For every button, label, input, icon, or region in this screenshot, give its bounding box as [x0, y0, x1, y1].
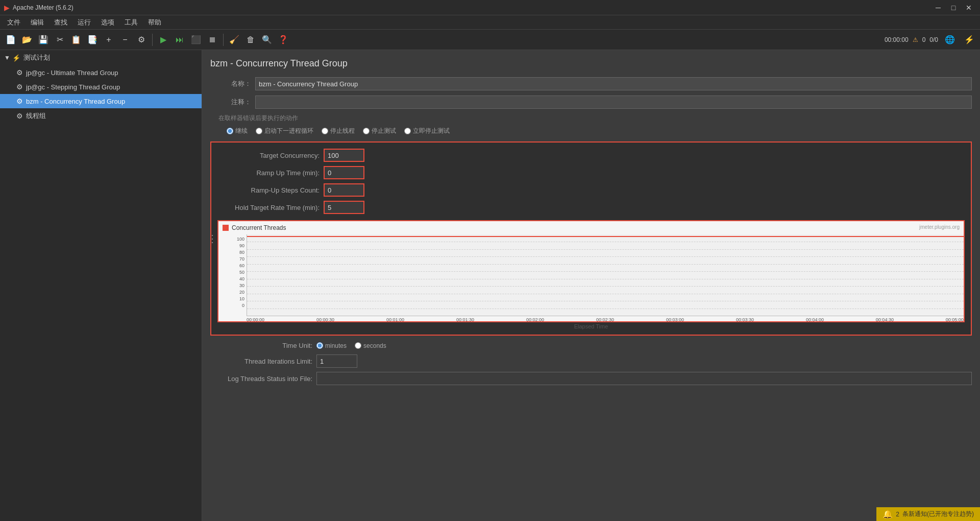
radio-stop-now[interactable]: 立即停止测试: [404, 127, 450, 135]
menu-find[interactable]: 查找: [49, 16, 72, 29]
chart-body: 100 90 80 70 60 50 40 30 20 10 0: [218, 234, 964, 316]
log-threads-row: Log Threads Status into File:: [210, 372, 972, 385]
thread-iterations-input[interactable]: [316, 354, 357, 368]
sidebar-item-concurrency-thread[interactable]: ⚙ bzm - Concurrency Thread Group: [0, 94, 202, 108]
grid-line-4: [247, 264, 964, 265]
remove-button[interactable]: −: [117, 32, 133, 48]
chart-plot: [247, 234, 964, 316]
radio-seconds[interactable]: seconds: [355, 342, 386, 349]
maximize-button[interactable]: □: [946, 2, 961, 14]
chart-container: Concurrent Threads jmeter.plugins.org 10…: [217, 220, 965, 322]
legend-color: [223, 225, 229, 231]
radio-stop-thread[interactable]: 停止线程: [322, 127, 355, 135]
ramp-up-time-label: Ramp Up Time (min):: [217, 169, 320, 177]
minimize-button[interactable]: ─: [931, 2, 945, 14]
gear-icon-1: ⚙: [16, 68, 23, 77]
grid-line-1: [247, 242, 964, 242]
ramp-up-time-input[interactable]: [324, 166, 364, 179]
search-button[interactable]: 🔍: [259, 32, 275, 48]
status-bar: 🔔 2 条新通知(已开泡专注趋势): [876, 507, 980, 521]
notification-icon: 🔔: [883, 509, 893, 519]
save-button[interactable]: 💾: [36, 32, 51, 48]
remote-start[interactable]: ⚡: [962, 32, 977, 48]
stop-button[interactable]: ⬛: [188, 32, 204, 48]
copy-button[interactable]: 📋: [68, 32, 84, 48]
thread-group-label: 线程组: [26, 111, 46, 121]
toolbar: 📄 📂 💾 ✂ 📋 📑 + − ⚙ ▶ ⏭ ⬛ ⏹ 🧹 🗑 🔍 ❓ 00:00:…: [0, 30, 980, 50]
menu-bar: 文件 编辑 查找 运行 选项 工具 帮助: [0, 15, 980, 30]
add-button[interactable]: +: [101, 32, 116, 48]
radio-start-next[interactable]: 启动下一进程循环: [256, 127, 313, 135]
menu-options[interactable]: 选项: [96, 16, 119, 29]
hold-target-row: Hold Target Rate Time (min):: [217, 201, 965, 214]
hold-target-input[interactable]: [324, 201, 364, 214]
stepping-thread-label: jp@gc - Stepping Thread Group: [26, 83, 120, 91]
target-concurrency-label: Target Concurrency:: [217, 152, 320, 159]
thread-iterations-label: Thread Iterations Limit:: [210, 358, 312, 365]
start-button[interactable]: ▶: [156, 32, 171, 48]
menu-edit[interactable]: 编辑: [26, 16, 49, 29]
cut-button[interactable]: ✂: [52, 32, 67, 48]
radio-stop-test[interactable]: 停止测试: [363, 127, 396, 135]
elapsed-time: 00:00:00: [885, 36, 909, 43]
chart-watermark: jmeter.plugins.org: [919, 224, 960, 230]
chart-header: Concurrent Threads jmeter.plugins.org: [218, 221, 964, 234]
shutdown-button[interactable]: ⏹: [205, 32, 220, 48]
notification-label: 条新通知(已开泡专注趋势): [902, 510, 974, 518]
time-unit-row: Time Unit: minutes seconds: [210, 342, 972, 349]
splitter-handle[interactable]: ⋮: [207, 232, 217, 245]
clear-button[interactable]: 🧹: [227, 32, 242, 48]
grid-line-3: [247, 256, 964, 257]
close-button[interactable]: ✕: [962, 2, 976, 14]
log-threads-input[interactable]: [316, 372, 972, 385]
target-concurrency-row: Target Concurrency:: [217, 149, 965, 162]
grid-line-5: [247, 271, 964, 272]
new-button[interactable]: 📄: [3, 32, 18, 48]
ramp-up-steps-label: Ramp-Up Steps Count:: [217, 186, 320, 194]
count-ratio: 0/0: [929, 36, 938, 43]
comment-row: 注释：: [210, 96, 972, 109]
help-button[interactable]: ❓: [276, 32, 291, 48]
clear-all-button[interactable]: 🗑: [243, 32, 258, 48]
comment-input[interactable]: [255, 96, 972, 109]
radio-continue[interactable]: 继续: [227, 127, 248, 135]
error-action-radio-group: 继续 启动下一进程循环 停止线程 停止测试 立即停止测试: [210, 127, 972, 135]
test-plan-label: 测试计划: [23, 53, 50, 62]
gear-icon-3: ⚙: [16, 97, 23, 105]
toolbar-sep1: [152, 34, 153, 46]
radio-minutes[interactable]: minutes: [316, 342, 347, 349]
time-unit-label: Time Unit:: [210, 342, 312, 349]
menu-help[interactable]: 帮助: [143, 16, 166, 29]
x-axis-label: Elapsed Time: [218, 322, 964, 330]
remote-button[interactable]: 🌐: [942, 32, 958, 48]
title-bar: ▶ Apache JMeter (5.6.2) ─ □ ✕: [0, 0, 980, 15]
hold-target-label: Hold Target Rate Time (min):: [217, 204, 320, 211]
toolbar-sep2: [223, 34, 224, 46]
menu-run[interactable]: 运行: [72, 16, 96, 29]
sidebar-item-thread-group[interactable]: ⚙ 线程组: [0, 108, 202, 124]
gear-icon-4: ⚙: [16, 112, 23, 120]
chart-title: Concurrent Threads: [232, 224, 286, 231]
expand-icon: ▼: [4, 54, 10, 61]
sidebar-item-test-plan[interactable]: ▼ ⚡ 测试计划: [0, 50, 202, 65]
time-display: 00:00:00 ⚠ 0 0/0 🌐 ⚡: [885, 32, 977, 48]
sidebar: ▼ ⚡ 测试计划 ⚙ jp@gc - Ultimate Thread Group…: [0, 50, 202, 521]
paste-button[interactable]: 📑: [85, 32, 100, 48]
open-button[interactable]: 📂: [19, 32, 35, 48]
app-icon: ▶: [4, 4, 10, 12]
sidebar-item-ultimate-thread[interactable]: ⚙ jp@gc - Ultimate Thread Group: [0, 65, 202, 80]
ramp-up-steps-input[interactable]: [324, 183, 364, 197]
chart-data-line: [247, 236, 964, 237]
menu-tools[interactable]: 工具: [119, 16, 143, 29]
name-label: 名称：: [210, 79, 251, 88]
grid-line-8: [247, 294, 964, 294]
browse-button[interactable]: ⚙: [134, 32, 149, 48]
start-no-pause-button[interactable]: ⏭: [172, 32, 187, 48]
target-concurrency-input[interactable]: [324, 149, 364, 162]
name-input[interactable]: [255, 77, 972, 90]
menu-file[interactable]: 文件: [2, 16, 26, 29]
sidebar-item-stepping-thread[interactable]: ⚙ jp@gc - Stepping Thread Group: [0, 80, 202, 94]
app-title: Apache JMeter (5.6.2): [13, 4, 931, 11]
log-threads-label: Log Threads Status into File:: [210, 375, 312, 383]
grid-line-7: [247, 286, 964, 287]
